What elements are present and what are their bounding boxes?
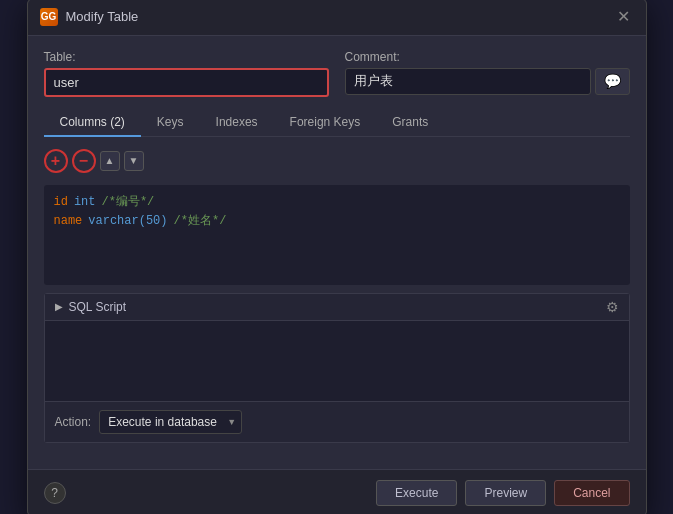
app-icon: GG [40, 8, 58, 26]
action-row: Action: Execute in database Append to ed… [45, 401, 629, 442]
sql-header: ▶ SQL Script ⚙ [45, 294, 629, 321]
sql-header-left: ▶ SQL Script [55, 300, 127, 314]
add-column-button[interactable]: + [44, 149, 68, 173]
move-up-button[interactable]: ▲ [100, 151, 120, 171]
col-type-name: varchar(50) [88, 212, 167, 231]
action-select[interactable]: Execute in database Append to editor Ope… [99, 410, 242, 434]
columns-toolbar: + − ▲ ▼ [44, 145, 630, 177]
move-down-button[interactable]: ▼ [124, 151, 144, 171]
tab-columns[interactable]: Columns (2) [44, 109, 141, 137]
code-line-id: id int /*编号*/ [54, 193, 620, 212]
col-type-id: int [74, 193, 96, 212]
close-button[interactable]: ✕ [613, 7, 634, 27]
code-line-name: name varchar(50) /*姓名*/ [54, 212, 620, 231]
columns-code-area: id int /*编号*/ name varchar(50) /*姓名*/ [44, 185, 630, 285]
table-input[interactable] [44, 68, 329, 97]
title-bar-left: GG Modify Table [40, 8, 139, 26]
action-select-wrapper: Execute in database Append to editor Ope… [99, 410, 242, 434]
dialog-footer: ? Execute Preview Cancel [28, 469, 646, 515]
cancel-button[interactable]: Cancel [554, 480, 629, 506]
col-comment-name: /*姓名*/ [174, 212, 227, 231]
action-label: Action: [55, 415, 92, 429]
sql-collapse-icon[interactable]: ▶ [55, 301, 63, 312]
table-field-group: Table: [44, 50, 329, 97]
sql-gear-icon[interactable]: ⚙ [606, 299, 619, 315]
tab-keys[interactable]: Keys [141, 109, 200, 137]
comment-extra-button[interactable]: 💬 [595, 68, 630, 95]
comment-row: 💬 [345, 68, 630, 95]
footer-buttons: Execute Preview Cancel [376, 480, 629, 506]
tab-indexes[interactable]: Indexes [200, 109, 274, 137]
comment-label: Comment: [345, 50, 630, 64]
top-row: Table: Comment: 💬 [44, 50, 630, 97]
table-label: Table: [44, 50, 329, 64]
execute-button[interactable]: Execute [376, 480, 457, 506]
col-comment-id: /*编号*/ [102, 193, 155, 212]
modify-table-dialog: GG Modify Table ✕ Table: Comment: 💬 Colu… [27, 0, 647, 514]
preview-button[interactable]: Preview [465, 480, 546, 506]
comment-input[interactable] [345, 68, 591, 95]
comment-field-group: Comment: 💬 [345, 50, 630, 97]
col-name-id: id [54, 193, 68, 212]
remove-column-button[interactable]: − [72, 149, 96, 173]
tab-grants[interactable]: Grants [376, 109, 444, 137]
help-button[interactable]: ? [44, 482, 66, 504]
sql-body [45, 321, 629, 401]
title-bar: GG Modify Table ✕ [28, 0, 646, 36]
sql-section-title: SQL Script [69, 300, 127, 314]
dialog-title: Modify Table [66, 9, 139, 24]
col-name-name: name [54, 212, 83, 231]
tab-foreign-keys[interactable]: Foreign Keys [274, 109, 377, 137]
tabs-row: Columns (2) Keys Indexes Foreign Keys Gr… [44, 109, 630, 137]
sql-section: ▶ SQL Script ⚙ Action: Execute in databa… [44, 293, 630, 443]
dialog-body: Table: Comment: 💬 Columns (2) Keys Index… [28, 36, 646, 469]
